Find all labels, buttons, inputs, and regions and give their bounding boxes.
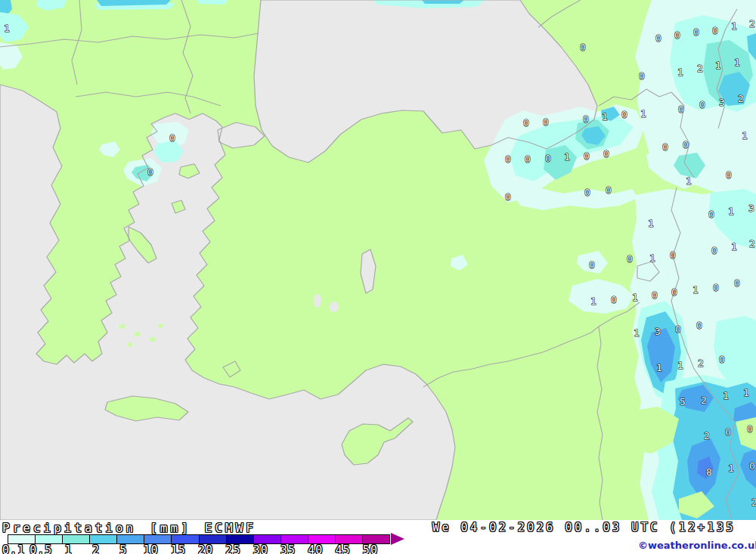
legend-value: 2 (81, 543, 111, 554)
legend-footer: Precipitation[mm]ECMWF 0.10.512510152025… (0, 520, 756, 554)
precip-value-label: 1 (590, 296, 596, 307)
precip-value-label: 1 (743, 387, 749, 398)
valid-time-text: We 04-02-2026 00..03 UTC (12+135 (432, 521, 756, 534)
precip-value-label: 0 (696, 320, 702, 331)
legend-value: 15 (163, 543, 194, 554)
precip-value-label: 0 (627, 253, 633, 265)
precip-value-label: 3 (748, 203, 754, 214)
title-model: ECMWF (205, 521, 256, 535)
legend-value: 5 (108, 543, 138, 554)
legend-value: 0.5 (26, 543, 56, 554)
precip-value-label: 0 (525, 153, 531, 165)
precip-value-label: 1 (632, 292, 638, 303)
legend-value: 45 (328, 543, 358, 554)
precip-value-label: 1 (728, 206, 734, 217)
precip-value-label: 0 (671, 286, 677, 298)
precip-value-label: 0 (675, 323, 681, 335)
legend-segment (227, 535, 254, 543)
precip-value-label: 1 (634, 327, 640, 339)
precip-value-label: 0 (580, 42, 586, 53)
island (158, 323, 163, 328)
legend-segment (8, 535, 36, 543)
precip-value-label: 0 (583, 113, 589, 125)
precip-value-label: 2 (697, 63, 703, 74)
precip-value-label: 1 (648, 218, 654, 229)
precip-value-label: 0 (606, 184, 612, 196)
legend-segment (363, 535, 389, 543)
precip-value-label: 0 (726, 169, 732, 181)
precip-value-label: 0 (683, 139, 689, 150)
precip-value-label: 0 (505, 153, 511, 165)
legend-segment (63, 535, 90, 543)
precip-value-label: 0 (711, 245, 717, 256)
precip-value-label: 0 (584, 187, 590, 198)
precip-value-label: 2 (749, 238, 755, 249)
island (150, 337, 156, 342)
precip-value-label: 0 (713, 282, 719, 293)
precip-value-label: 8 (706, 466, 712, 478)
precip-value-label: 0 (639, 70, 645, 82)
precip-value-label: 1 (640, 108, 646, 119)
island (119, 324, 125, 329)
precip-value-label: 1 (734, 57, 740, 68)
precip-value-label: 0 (708, 209, 714, 220)
lake (314, 294, 321, 308)
title-unit: [mm] (150, 521, 191, 535)
precip-blob (422, 0, 464, 4)
legend-value: 10 (136, 543, 166, 554)
island (135, 332, 141, 336)
precip-value-label: 0 (747, 423, 753, 435)
precip-value-label: 2 (704, 430, 710, 441)
precip-value-label: 1 (731, 241, 737, 252)
map-svg: 1000001201211100320001000010000000001101… (0, 0, 756, 520)
precip-value-label: 0 (169, 132, 175, 144)
legend-value: 1 (54, 543, 84, 554)
island (196, 339, 200, 344)
precip-value-label: 1 (742, 130, 748, 141)
precip-value-label: 1 (4, 23, 10, 34)
legend-value: 25 (218, 543, 248, 554)
precipitation-map: 1000001201211100320001000010000000001101… (0, 0, 756, 520)
legend-value: 20 (191, 543, 221, 554)
map-title: Precipitation[mm]ECMWF (2, 521, 256, 535)
legend-value-labels: 0.10.5125101520253035404550 (8, 543, 416, 554)
precip-value-label: 1 (564, 151, 570, 162)
island (128, 342, 132, 347)
precip-value-label: 1 (731, 20, 737, 32)
legend-segment (254, 535, 281, 543)
precip-value-label: 0 (505, 191, 511, 203)
precip-value-label: 0 (719, 354, 725, 365)
precip-value-label: 2 (698, 357, 704, 369)
title-label: Precipitation (2, 521, 136, 535)
lake (330, 302, 339, 312)
legend-segment (281, 535, 308, 543)
copyright-link[interactable]: ©weatheronline.co.uk (638, 540, 756, 551)
precip-value-label: 1 (728, 463, 734, 474)
legend-segment (117, 535, 144, 543)
legend-value: 35 (273, 543, 303, 554)
precip-value-label: 2 (738, 93, 744, 104)
legend-segment (172, 535, 199, 543)
precip-value-label: 2 (751, 497, 756, 508)
precip-value-label: 0 (655, 32, 662, 44)
legend-segment (200, 535, 227, 543)
precip-value-label: 0 (749, 460, 755, 472)
precip-value-label: 3 (719, 97, 725, 108)
precip-value-label: 0 (603, 148, 609, 159)
precip-value-label: 0 (147, 166, 153, 178)
precip-value-label: 0 (693, 26, 699, 38)
precip-value-label: 0 (670, 249, 676, 261)
precip-value-label: 3 (655, 326, 661, 337)
precip-value-label: 0 (543, 116, 549, 128)
precip-value-label: 1 (677, 67, 683, 78)
precip-value-label: 0 (699, 99, 705, 110)
precip-value-label: 0 (523, 117, 529, 128)
precip-value-label: 0 (652, 289, 658, 301)
precip-value-label: 1 (602, 111, 608, 122)
precip-value-label: 1 (715, 60, 721, 71)
island (205, 348, 209, 352)
precip-value-label: 0 (545, 153, 551, 164)
precip-value-label: 1 (677, 360, 683, 371)
precip-value-label: 1 (656, 362, 662, 373)
precip-value-label: 0 (611, 294, 617, 305)
